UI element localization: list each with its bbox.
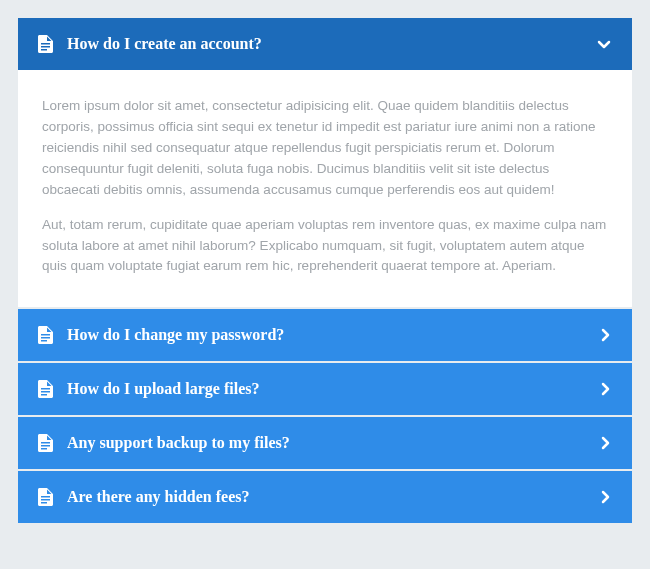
accordion-header[interactable]: How do I change my password? xyxy=(18,309,632,361)
chevron-right-icon xyxy=(598,490,612,504)
accordion-title: How do I change my password? xyxy=(67,326,598,344)
accordion-title: How do I create an account? xyxy=(67,35,596,53)
accordion-header[interactable]: Any support backup to my files? xyxy=(18,417,632,469)
accordion-title: Any support backup to my files? xyxy=(67,434,598,452)
chevron-right-icon xyxy=(598,436,612,450)
accordion-item: How do I upload large files? xyxy=(18,363,632,415)
document-icon xyxy=(38,380,53,398)
accordion-item: How do I change my password? xyxy=(18,309,632,361)
document-icon xyxy=(38,326,53,344)
document-icon xyxy=(38,35,53,53)
document-icon xyxy=(38,488,53,506)
accordion-paragraph: Aut, totam rerum, cupiditate quae aperia… xyxy=(42,215,608,278)
accordion-title: How do I upload large files? xyxy=(67,380,598,398)
accordion-header[interactable]: Are there any hidden fees? xyxy=(18,471,632,523)
accordion-item: Are there any hidden fees? xyxy=(18,471,632,523)
chevron-right-icon xyxy=(598,328,612,342)
chevron-right-icon xyxy=(598,382,612,396)
accordion-paragraph: Lorem ipsum dolor sit amet, consectetur … xyxy=(42,96,608,201)
document-icon xyxy=(38,434,53,452)
chevron-down-icon xyxy=(596,36,612,52)
faq-accordion: How do I create an account? Lorem ipsum … xyxy=(18,18,632,523)
accordion-title: Are there any hidden fees? xyxy=(67,488,598,506)
accordion-body: Lorem ipsum dolor sit amet, consectetur … xyxy=(18,70,632,307)
accordion-header[interactable]: How do I upload large files? xyxy=(18,363,632,415)
accordion-header[interactable]: How do I create an account? xyxy=(18,18,632,70)
accordion-item: Any support backup to my files? xyxy=(18,417,632,469)
accordion-item: How do I create an account? Lorem ipsum … xyxy=(18,18,632,307)
